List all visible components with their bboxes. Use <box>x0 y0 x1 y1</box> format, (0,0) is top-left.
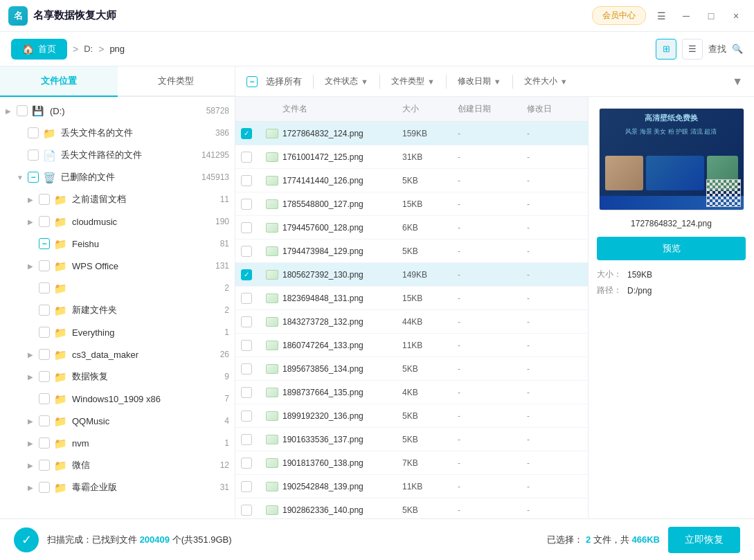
file-row-7[interactable]: 1823694848_131.png 15KB - - <box>235 287 588 310</box>
preview-button[interactable]: 预览 <box>597 237 746 260</box>
checkbox-antivirus[interactable] <box>39 482 50 493</box>
checkbox-nvm[interactable] <box>39 437 50 449</box>
file-row-1[interactable]: 1761001472_125.png 31KB - - <box>235 145 588 169</box>
row-check-15[interactable] <box>241 481 266 492</box>
file-row-3[interactable]: 1785548800_127.png 15KB - - <box>235 192 588 216</box>
modify-date-filter[interactable]: 修改日期 ▼ <box>452 73 507 90</box>
tree-item-drive-d[interactable]: ▶ 💾 (D:) 58728 <box>0 100 235 122</box>
tree-item-wechat[interactable]: ▶ 📁 微信 12 <box>0 454 235 476</box>
list-view-button[interactable]: ☰ <box>682 39 703 60</box>
row-check-10[interactable] <box>241 363 266 374</box>
checkbox-lost-path[interactable] <box>28 150 39 161</box>
checkbox-feishu[interactable] <box>39 238 50 249</box>
tree-item-everything[interactable]: 📁 Everything 1 <box>0 321 235 343</box>
tree-item-data-recovery[interactable]: ▶ 📁 数据恢复 9 <box>0 365 235 388</box>
tree-item-prev-docs[interactable]: ▶ 📁 之前遗留文档 11 <box>0 188 235 210</box>
row-check-6[interactable] <box>241 269 266 280</box>
checkbox-unnamed[interactable] <box>39 282 50 293</box>
row-thumb-4 <box>266 223 282 233</box>
tree-item-new-folder[interactable]: 📁 新建文件夹 2 <box>0 299 235 321</box>
checkbox-wps[interactable] <box>39 260 50 271</box>
row-check-0[interactable] <box>241 128 266 139</box>
checkbox-qqmusic[interactable] <box>39 415 50 426</box>
row-check-11[interactable] <box>241 387 266 398</box>
tree-item-lost-path[interactable]: 📄 丢失文件路径的文件 141295 <box>0 144 235 166</box>
row-check-2[interactable] <box>241 175 266 186</box>
select-all-checkbox[interactable] <box>246 76 258 87</box>
file-type-filter[interactable]: 文件类型 ▼ <box>386 73 440 90</box>
row-check-14[interactable] <box>241 458 266 469</box>
file-row-13[interactable]: 1901633536_137.png 5KB - - <box>235 428 588 451</box>
file-row-10[interactable]: 1895673856_134.png 5KB - - <box>235 357 588 381</box>
file-row-0[interactable]: 1727864832_124.png 159KB - - <box>235 122 588 145</box>
tree-item-lost-filename[interactable]: 📁 丢失文件名的文件 386 <box>0 122 235 144</box>
file-row-6[interactable]: 1805627392_130.png 149KB - - <box>235 263 588 287</box>
row-check-5[interactable] <box>241 246 266 257</box>
checkbox-deleted[interactable] <box>28 172 39 183</box>
recover-button[interactable]: 立即恢复 <box>668 527 740 553</box>
file-row-8[interactable]: 1843273728_132.png 44KB - - <box>235 310 588 334</box>
tree-label-nvm: nvm <box>72 438 222 449</box>
row-check-16[interactable] <box>241 505 266 516</box>
tab-file-location[interactable]: 文件位置 <box>0 66 118 97</box>
vip-button[interactable]: 会员中心 <box>592 6 646 25</box>
file-status-filter[interactable]: 文件状态 ▼ <box>319 73 374 90</box>
file-row-16[interactable]: 1902862336_140.png 5KB - - <box>235 498 588 518</box>
file-row-15[interactable]: 1902542848_139.png 11KB - - <box>235 475 588 498</box>
row-check-4[interactable] <box>241 222 266 233</box>
file-row-2[interactable]: 1774141440_126.png 5KB - - <box>235 169 588 192</box>
row-check-13[interactable] <box>241 434 266 445</box>
checkbox-data-recovery[interactable] <box>39 371 50 382</box>
checkbox-prev-docs[interactable] <box>39 194 50 205</box>
home-button[interactable]: 🏠 首页 <box>11 39 67 60</box>
tree-item-nvm[interactable]: ▶ 📁 nvm 1 <box>0 432 235 454</box>
menu-button[interactable]: ☰ <box>652 6 671 26</box>
tree-item-cloudmusic[interactable]: ▶ 📁 cloudmusic 190 <box>0 210 235 233</box>
maximize-button[interactable]: □ <box>701 6 721 26</box>
checkbox-lost-filename[interactable] <box>28 127 39 138</box>
row-check-3[interactable] <box>241 199 266 210</box>
filter-dropdown-icon-4: ▼ <box>560 78 568 86</box>
file-row-12[interactable]: 1899192320_136.png 5KB - - <box>235 404 588 428</box>
file-row-14[interactable]: 1901813760_138.png 7KB - - <box>235 451 588 475</box>
row-size-14: 7KB <box>402 458 458 468</box>
row-name-12: 1899192320_136.png <box>282 411 402 421</box>
breadcrumb-drive[interactable]: D: <box>84 44 93 54</box>
tree-item-unnamed[interactable]: 📁 2 <box>0 277 235 299</box>
checkbox-everything[interactable] <box>39 327 50 338</box>
file-row-9[interactable]: 1860747264_133.png 11KB - - <box>235 334 588 357</box>
row-check-7[interactable] <box>241 293 266 304</box>
file-row-4[interactable]: 1794457600_128.png 6KB - - <box>235 216 588 240</box>
row-thumb-2 <box>266 176 282 186</box>
checkbox-cloudmusic[interactable] <box>39 216 50 227</box>
tree-item-cs3[interactable]: ▶ 📁 cs3_data_maker 26 <box>0 343 235 365</box>
tree-item-win10[interactable]: 📁 Windows10_1909 x86 7 <box>0 388 235 410</box>
file-size-filter[interactable]: 文件大小 ▼ <box>519 73 573 90</box>
row-modified-4: - <box>527 223 582 233</box>
tree-item-qqmusic[interactable]: ▶ 📁 QQMusic 4 <box>0 410 235 432</box>
file-row-5[interactable]: 1794473984_129.png 5KB - - <box>235 240 588 263</box>
funnel-button[interactable]: ▼ <box>726 73 748 91</box>
folder-icon-cs3: 📁 <box>54 349 68 360</box>
checkbox-drive-d[interactable] <box>17 105 28 116</box>
grid-view-button[interactable]: ⊞ <box>656 39 676 60</box>
row-check-8[interactable] <box>241 316 266 327</box>
row-check-12[interactable] <box>241 410 266 422</box>
checkbox-wechat[interactable] <box>39 460 50 471</box>
tree-item-wps[interactable]: ▶ 📁 WPS Office 131 <box>0 255 235 277</box>
row-check-9[interactable] <box>241 340 266 351</box>
row-check-1[interactable] <box>241 152 266 163</box>
file-row-11[interactable]: 1898737664_135.png 4KB - - <box>235 381 588 404</box>
tree-item-feishu[interactable]: 📁 Feishu 81 <box>0 233 235 255</box>
checkbox-new-folder[interactable] <box>39 305 50 316</box>
close-button[interactable]: × <box>726 6 746 26</box>
checkbox-cs3[interactable] <box>39 349 50 360</box>
tree-item-deleted[interactable]: ▼ 🗑️ 已删除的文件 145913 <box>0 166 235 188</box>
checkbox-win10[interactable] <box>39 393 50 404</box>
search-icon[interactable]: 🔍 <box>732 44 743 54</box>
tree-item-antivirus[interactable]: ▶ 📁 毒霸企业版 31 <box>0 476 235 498</box>
tree-label-wechat: 微信 <box>72 459 217 471</box>
folder-icon-w10: 📁 <box>54 393 68 404</box>
minimize-button[interactable]: ─ <box>676 6 696 26</box>
tab-file-type[interactable]: 文件类型 <box>118 66 235 97</box>
